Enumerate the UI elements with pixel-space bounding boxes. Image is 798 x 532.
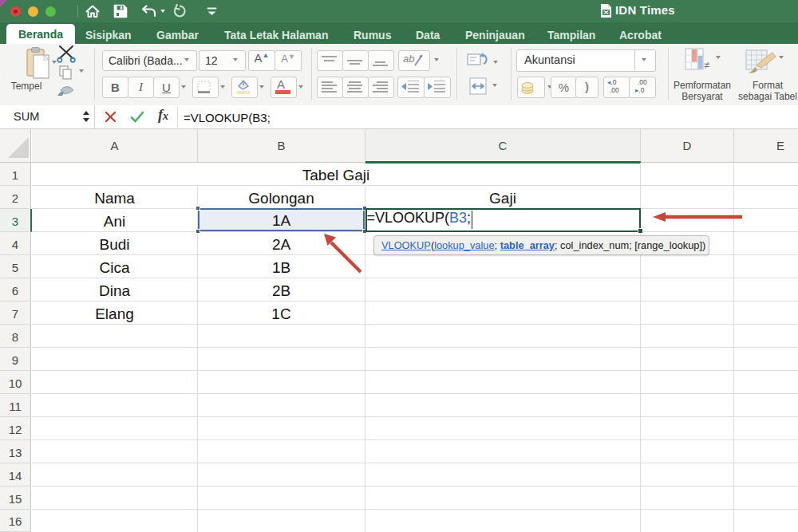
svg-text:≠: ≠ xyxy=(704,59,709,71)
